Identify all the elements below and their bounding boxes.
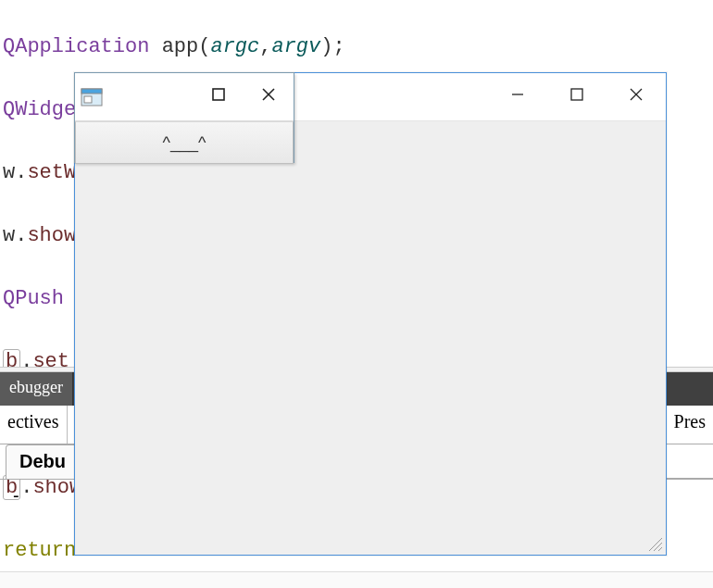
close-icon <box>261 85 276 108</box>
app-icon <box>75 73 108 121</box>
svg-rect-10 <box>213 89 224 100</box>
preset-label: Pres <box>666 406 713 444</box>
titlebar[interactable] <box>75 73 294 121</box>
code-line-1: QApplication app(argc,argv); <box>3 31 713 63</box>
status-strip <box>0 571 713 588</box>
svg-rect-1 <box>571 89 582 100</box>
maximize-button[interactable] <box>547 73 607 121</box>
sub-tab-debug[interactable]: Debu <box>6 444 80 479</box>
maximize-icon <box>211 85 226 108</box>
svg-rect-8 <box>81 89 102 94</box>
client-area <box>75 121 666 555</box>
pushbutton-window: ^___^ <box>74 72 294 163</box>
maximize-button[interactable] <box>194 73 244 121</box>
svg-rect-9 <box>84 96 92 103</box>
minimize-icon <box>510 85 525 108</box>
push-button[interactable]: ^___^ <box>75 121 294 164</box>
close-icon <box>629 85 644 108</box>
close-button[interactable] <box>244 73 294 121</box>
perspectives-label: ectives <box>0 406 68 444</box>
svg-line-6 <box>658 547 662 551</box>
svg-line-5 <box>654 543 662 551</box>
resize-grip[interactable] <box>645 534 662 551</box>
close-button[interactable] <box>607 73 666 121</box>
tab-debugger[interactable]: ebugger <box>0 372 73 406</box>
maximize-icon <box>569 85 584 108</box>
minimize-button[interactable] <box>488 73 547 121</box>
